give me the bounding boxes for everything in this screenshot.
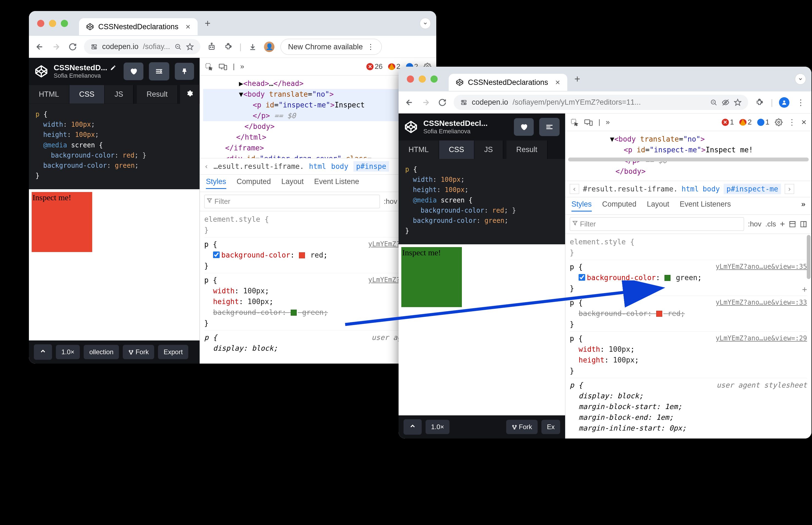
- color-swatch-icon[interactable]: [656, 311, 662, 317]
- property-checkbox[interactable]: [579, 274, 585, 281]
- zoom-icon[interactable]: [174, 43, 182, 50]
- export-button[interactable]: Ex: [542, 420, 560, 434]
- add-prop-icon[interactable]: +: [802, 283, 807, 296]
- expand-tabs-button[interactable]: [420, 18, 431, 29]
- view-button[interactable]: [539, 118, 560, 136]
- error-count[interactable]: ✕ 1: [722, 118, 734, 126]
- breadcrumb-item[interactable]: body: [331, 162, 348, 170]
- close-window-icon[interactable]: [37, 20, 44, 27]
- profile-avatar[interactable]: 👤: [264, 42, 275, 52]
- more-subtabs-icon[interactable]: »: [801, 200, 806, 212]
- new-tab-button[interactable]: +: [575, 73, 580, 85]
- close-tab-icon[interactable]: ×: [186, 22, 190, 31]
- events-tab[interactable]: Event Listene: [314, 177, 359, 189]
- incognito-eye-icon[interactable]: [722, 99, 730, 106]
- css-editor[interactable]: p { width: 100px; height: 100px; @media …: [29, 104, 200, 189]
- warning-count[interactable]: 2: [739, 118, 751, 126]
- filter-input[interactable]: Filter: [204, 195, 380, 208]
- view-button[interactable]: [149, 62, 169, 80]
- device-toggle-icon[interactable]: [219, 62, 228, 71]
- forward-button[interactable]: [51, 42, 61, 52]
- more-tabs-icon[interactable]: »: [606, 118, 610, 126]
- computed-panel-icon[interactable]: [789, 221, 796, 228]
- zoom-icon[interactable]: [710, 99, 717, 106]
- scrollbar-vertical[interactable]: [807, 235, 811, 279]
- address-bar[interactable]: codepen.io/sofiayem/pen/yLmYEmZ?editors=…: [454, 95, 748, 110]
- expand-tabs-button[interactable]: [795, 74, 806, 85]
- rule-source[interactable]: yLmYEmZ?ano…ue&view=:29: [716, 333, 807, 343]
- tab-html[interactable]: HTML: [29, 85, 69, 104]
- close-window-icon[interactable]: [407, 75, 414, 82]
- scrollbar-horizontal[interactable]: [568, 158, 809, 161]
- export-button[interactable]: Export: [158, 345, 188, 359]
- new-tab-button[interactable]: +: [205, 18, 210, 29]
- edit-title-icon[interactable]: [110, 65, 116, 71]
- maximize-window-icon[interactable]: [431, 75, 438, 82]
- property-checkbox[interactable]: [213, 252, 220, 258]
- hov-toggle[interactable]: :hov: [748, 220, 761, 228]
- layout-tab[interactable]: Layout: [647, 200, 669, 212]
- pin-button[interactable]: [175, 63, 194, 80]
- breadcrumb-left-button[interactable]: ‹: [570, 184, 579, 194]
- inspect-element-red[interactable]: Inspect me!: [32, 192, 92, 252]
- reload-button[interactable]: [437, 97, 448, 108]
- color-swatch-icon[interactable]: [291, 310, 297, 316]
- breadcrumb-right-button[interactable]: ›: [785, 184, 794, 194]
- codepen-logo-icon[interactable]: [404, 120, 418, 134]
- more-tabs-icon[interactable]: »: [240, 62, 244, 71]
- more-icon[interactable]: ⋮: [788, 118, 796, 127]
- inspect-element-green[interactable]: Inspect me!: [401, 247, 462, 307]
- maximize-window-icon[interactable]: [61, 20, 68, 27]
- settings-gear-icon[interactable]: [775, 118, 783, 126]
- console-toggle-button[interactable]: [404, 419, 422, 435]
- breadcrumb-item-selected[interactable]: p#inspe: [354, 161, 389, 171]
- styles-panel[interactable]: element.style {} yLmYEmZ?ano…ue&view=:35…: [565, 234, 811, 438]
- reload-button[interactable]: [67, 42, 78, 52]
- hov-toggle[interactable]: :hov: [384, 197, 397, 206]
- tab-js[interactable]: JS: [105, 85, 134, 104]
- css-editor[interactable]: p { width: 100px; height: 100px; @media …: [399, 159, 565, 244]
- minimize-window-icon[interactable]: [49, 20, 56, 27]
- bookmark-star-icon[interactable]: [186, 43, 194, 51]
- computed-tab[interactable]: Computed: [237, 177, 271, 189]
- tab-result[interactable]: Result: [506, 140, 548, 159]
- extension-robot-icon[interactable]: [206, 42, 217, 52]
- dom-tree[interactable]: ▼<body translate="no"> <p id="inspect-me…: [565, 131, 811, 181]
- tab-css[interactable]: CSS: [439, 140, 474, 159]
- breadcrumb-item[interactable]: #result.result-iframe.: [583, 185, 678, 193]
- downloads-icon[interactable]: [248, 42, 258, 52]
- close-devtools-icon[interactable]: ×: [801, 117, 807, 127]
- computed-tab[interactable]: Computed: [602, 200, 637, 212]
- tab-html[interactable]: HTML: [399, 140, 439, 159]
- menu-dots-icon[interactable]: ⋮: [796, 97, 806, 108]
- breadcrumb-item[interactable]: html: [682, 185, 699, 193]
- inspect-element-icon[interactable]: [570, 118, 579, 126]
- tab-settings-icon[interactable]: [180, 85, 200, 104]
- styles-tab[interactable]: Styles: [206, 177, 226, 189]
- device-toggle-icon[interactable]: [584, 118, 593, 126]
- breadcrumb-item[interactable]: html: [309, 162, 326, 170]
- error-count[interactable]: ✕ 26: [366, 62, 382, 71]
- color-swatch-icon[interactable]: [299, 252, 305, 258]
- browser-tab[interactable]: CSSNestedDeclarations ×: [79, 18, 198, 35]
- browser-tab[interactable]: CSSNestedDeclarations ×: [449, 74, 567, 91]
- heart-button[interactable]: [514, 118, 534, 136]
- extensions-puzzle-icon[interactable]: [754, 97, 765, 108]
- layout-tab[interactable]: Layout: [281, 177, 303, 189]
- color-swatch-icon[interactable]: [665, 275, 671, 281]
- heart-button[interactable]: [124, 62, 143, 80]
- fork-button[interactable]: Fork: [123, 345, 154, 359]
- warning-count[interactable]: 2: [388, 62, 400, 71]
- events-tab[interactable]: Event Listeners: [680, 200, 731, 212]
- breadcrumb-item[interactable]: body: [703, 185, 720, 193]
- zoom-level[interactable]: 1.0×: [425, 420, 450, 434]
- back-button[interactable]: [404, 97, 415, 108]
- forward-button[interactable]: [421, 97, 431, 108]
- inspect-element-icon[interactable]: [205, 62, 213, 71]
- update-chrome-button[interactable]: New Chrome available ⋮: [280, 39, 382, 55]
- console-toggle-button[interactable]: [34, 344, 52, 360]
- tab-css[interactable]: CSS: [69, 85, 105, 104]
- fork-button[interactable]: Fork: [506, 420, 537, 434]
- profile-avatar[interactable]: [779, 97, 790, 108]
- codepen-logo-icon[interactable]: [34, 64, 48, 78]
